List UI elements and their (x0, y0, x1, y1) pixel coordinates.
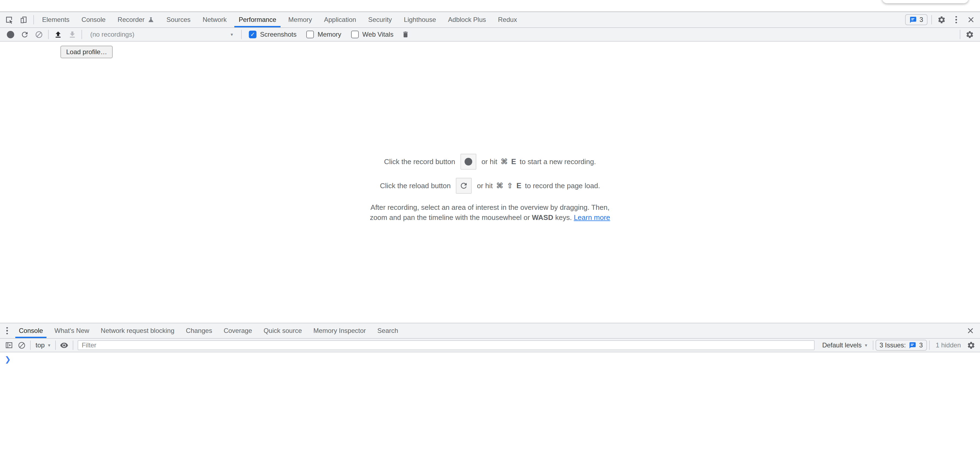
performance-panel-empty-state: Click the record button or hit ⌘ E to st… (0, 41, 980, 323)
drawer-tab-coverage[interactable]: Coverage (218, 324, 258, 338)
inspect-cursor-icon (5, 15, 13, 24)
tab-sources[interactable]: Sources (161, 12, 197, 27)
record-button-illustration (460, 154, 476, 170)
gear-icon (966, 30, 974, 39)
learn-more-link[interactable]: Learn more (574, 214, 610, 222)
drawer-tab-console[interactable]: Console (13, 324, 49, 338)
issues-chat-icon (910, 16, 917, 24)
sidebar-panel-icon (5, 341, 13, 349)
tab-recorder[interactable]: Recorder (111, 12, 161, 27)
close-icon (967, 16, 975, 24)
reload-button-illustration (456, 178, 472, 194)
console-messages-area[interactable]: ❯ (0, 352, 980, 459)
cmd-key-glyph: ⌘ (501, 157, 508, 166)
drawer-tab-quick-source[interactable]: Quick source (258, 324, 308, 338)
reload-icon (21, 30, 29, 39)
issues-counter-button[interactable]: 3 (905, 14, 928, 25)
tab-security[interactable]: Security (362, 12, 398, 27)
chevron-down-icon: ▾ (231, 32, 233, 37)
e-key-glyph: E (517, 182, 522, 190)
tab-elements[interactable]: Elements (36, 12, 75, 27)
console-sidebar-toggle-button[interactable] (3, 339, 15, 351)
devtools-main-tabbar: Elements Console Recorder Sources Networ… (0, 12, 980, 28)
devtools-window: Elements Console Recorder Sources Networ… (0, 0, 980, 459)
close-devtools-button[interactable] (964, 12, 978, 27)
drawer-tab-network-request-blocking[interactable]: Network request blocking (95, 324, 180, 338)
clear-recordings-button[interactable] (32, 29, 46, 40)
gear-icon (937, 16, 946, 24)
tab-lighthouse[interactable]: Lighthouse (398, 12, 442, 27)
devtools-settings-button[interactable] (934, 12, 949, 27)
load-profile-tooltip: Load profile… (60, 46, 113, 58)
console-settings-button[interactable] (965, 339, 977, 351)
console-issues-button[interactable]: 3 Issues: 3 (875, 340, 927, 351)
device-toolbar-icon (20, 16, 28, 24)
vertical-dots-icon (6, 327, 8, 335)
load-profile-button[interactable] (51, 29, 65, 40)
capture-settings-button[interactable] (963, 29, 977, 40)
tab-performance[interactable]: Performance (233, 12, 282, 27)
device-toolbar-button[interactable] (16, 12, 31, 27)
clear-console-button[interactable] (15, 339, 28, 351)
javascript-context-dropdown[interactable]: top ▾ (33, 341, 53, 349)
record-instruction: Click the record button or hit ⌘ E to st… (0, 154, 980, 170)
drawer-tab-whats-new[interactable]: What's New (49, 324, 95, 338)
console-prompt-chevron[interactable]: ❯ (5, 355, 11, 363)
record-circle-icon (465, 158, 472, 166)
close-drawer-button[interactable] (963, 324, 978, 338)
tab-redux[interactable]: Redux (492, 12, 523, 27)
web-vitals-checkbox-group[interactable]: Web Vitals (351, 30, 393, 38)
block-icon (35, 30, 43, 38)
drawer-tabbar: Console What's New Network request block… (0, 324, 980, 339)
recordings-dropdown[interactable]: (no recordings) ▾ (84, 30, 239, 38)
shift-key-glyph: ⇧ (507, 182, 513, 190)
reload-and-record-button[interactable] (18, 29, 32, 40)
close-icon (966, 327, 975, 335)
drawer-tab-changes[interactable]: Changes (180, 324, 218, 338)
hidden-messages-count: 1 hidden (936, 341, 961, 349)
devtools-drawer: Console What's New Network request block… (0, 323, 980, 459)
performance-toolbar: (no recordings) ▾ ✓ Screenshots Memory W… (0, 28, 980, 41)
save-profile-button[interactable] (65, 29, 79, 40)
create-live-expression-button[interactable] (58, 339, 70, 351)
e-key-glyph: E (511, 158, 516, 166)
more-options-button[interactable] (949, 12, 964, 27)
drawer-tab-search[interactable]: Search (372, 324, 404, 338)
tab-adblock-plus[interactable]: Adblock Plus (442, 12, 492, 27)
upload-icon (54, 30, 62, 39)
memory-checkbox[interactable] (306, 30, 314, 38)
record-button[interactable] (3, 29, 18, 40)
trash-icon (402, 30, 409, 38)
tab-console[interactable]: Console (75, 12, 111, 27)
usage-hint: After recording, select an area of inter… (0, 202, 980, 223)
tabbar-separator (33, 15, 34, 24)
screenshots-checkbox-group[interactable]: ✓ Screenshots (249, 30, 296, 38)
cmd-key-glyph: ⌘ (496, 182, 503, 190)
chevron-down-icon: ▾ (865, 343, 867, 348)
browser-chrome-strip (0, 0, 980, 12)
reload-icon (460, 182, 468, 190)
tab-application[interactable]: Application (318, 12, 362, 27)
drawer-menu-button[interactable] (1, 324, 13, 338)
issues-count: 3 (920, 16, 923, 24)
memory-checkbox-group[interactable]: Memory (306, 30, 341, 38)
eye-icon (60, 341, 68, 350)
console-toolbar: top ▾ Default levels ▾ 3 Issues: (0, 339, 980, 352)
tab-memory[interactable]: Memory (282, 12, 318, 27)
web-vitals-checkbox[interactable] (351, 30, 359, 38)
browser-popup-remnant (882, 0, 969, 3)
console-filter-input[interactable] (78, 340, 815, 350)
experiment-flask-icon (147, 16, 154, 23)
vertical-dots-icon (955, 16, 957, 24)
drawer-tab-memory-inspector[interactable]: Memory Inspector (308, 324, 372, 338)
reload-instruction: Click the reload button or hit ⌘ ⇧ E to … (0, 178, 980, 194)
tab-network[interactable]: Network (197, 12, 233, 27)
block-icon (18, 341, 26, 349)
inspect-element-button[interactable] (2, 12, 16, 27)
chevron-down-icon: ▾ (48, 343, 50, 348)
screenshots-checkbox[interactable]: ✓ (249, 30, 256, 38)
download-icon (68, 30, 76, 39)
record-circle-icon (7, 31, 14, 38)
delete-recording-button[interactable] (398, 29, 413, 40)
log-levels-dropdown[interactable]: Default levels ▾ (819, 341, 870, 349)
